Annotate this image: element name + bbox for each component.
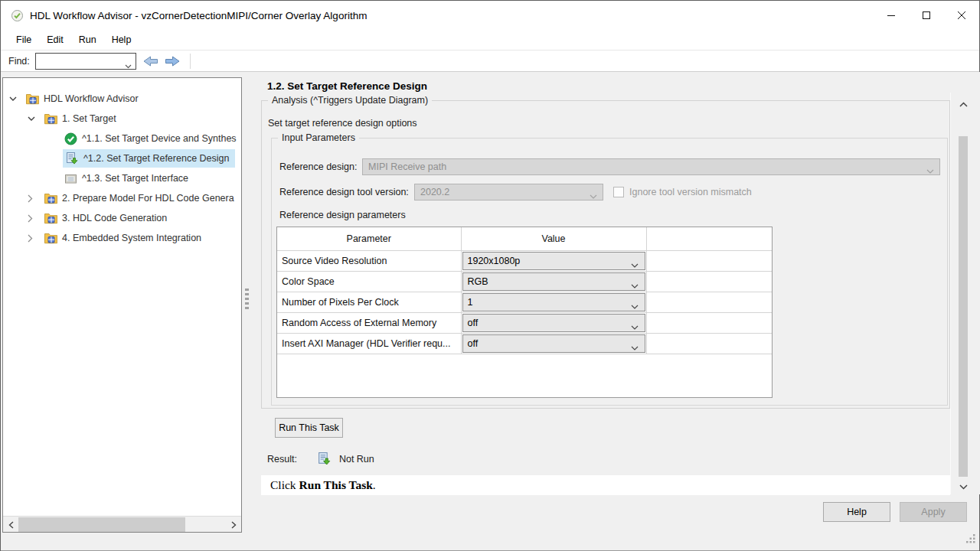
resize-grip-icon[interactable] — [966, 534, 975, 546]
workflow-folder-icon — [44, 213, 57, 224]
color-space-combobox[interactable]: RGB — [462, 272, 645, 291]
workflow-folder-icon — [44, 193, 57, 204]
ignore-mismatch-checkbox — [613, 187, 624, 197]
empty-cell — [646, 271, 772, 292]
find-next-button[interactable] — [165, 55, 181, 67]
param-value: RGB — [468, 276, 488, 287]
chevron-down-icon — [631, 301, 639, 311]
scroll-down-icon[interactable] — [956, 480, 970, 494]
param-value: off — [468, 318, 479, 328]
tree-item-label: 2. Prepare Model For HDL Code Genera — [62, 193, 234, 204]
panel-splitter[interactable] — [242, 72, 253, 533]
app-check-icon — [11, 9, 24, 22]
title-bar: HDL Workflow Advisor - vzCornerDetection… — [1, 1, 979, 30]
window-bottom-strip — [1, 533, 979, 551]
reference-design-combobox: MIPI Receive path — [362, 158, 940, 175]
reference-design-parameters-label: Reference design parameters — [279, 208, 406, 222]
workflow-folder-icon — [26, 93, 39, 105]
close-button[interactable] — [944, 1, 979, 30]
tree-item-set-target[interactable]: 1. Set Target — [3, 109, 241, 129]
source-video-resolution-combobox[interactable]: 1920x1080p — [462, 252, 645, 270]
tree-item-label: ^1.2. Set Target Reference Design — [83, 153, 229, 164]
tree-item-label: ^1.3. Set Target Interface — [82, 173, 188, 184]
insert-axi-manager-combobox[interactable]: off — [462, 334, 645, 353]
toolbar-separator — [190, 54, 191, 69]
task-not-run-icon — [65, 152, 79, 165]
input-parameters-label: Input Parameters — [278, 132, 359, 143]
chevron-collapsed-icon[interactable] — [28, 234, 38, 243]
splitter-grip — [245, 289, 249, 311]
param-name: Insert AXI Manager (HDL Verifier requ... — [277, 333, 461, 354]
tree-item-hdl-workflow-advisor[interactable]: HDL Workflow Advisor — [3, 89, 241, 109]
reference-design-row: Reference design: — [279, 158, 357, 175]
chevron-expanded-icon[interactable] — [28, 116, 38, 122]
find-toolbar: Find: — [1, 50, 979, 72]
menu-file[interactable]: File — [8, 32, 39, 47]
param-name: Random Access of External Memory — [277, 312, 461, 333]
param-value: 1 — [468, 297, 473, 308]
workflow-tree-panel: HDL Workflow Advisor 1. Set Target ^1.1.… — [2, 77, 242, 533]
scroll-up-icon[interactable] — [956, 97, 970, 111]
table-row: Insert AXI Manager (HDL Verifier requ...… — [277, 333, 772, 354]
hdl-workflow-advisor-window: HDL Workflow Advisor - vzCornerDetection… — [0, 0, 980, 551]
find-combobox[interactable] — [35, 53, 136, 70]
tree-item-set-target-reference-design[interactable]: ^1.2. Set Target Reference Design — [3, 148, 241, 168]
tree-item-label: 3. HDL Code Generation — [62, 213, 167, 223]
pixels-per-clock-combobox[interactable]: 1 — [462, 293, 645, 311]
workflow-folder-icon — [44, 113, 57, 125]
chevron-down-icon — [590, 191, 597, 201]
tree-item-label: HDL Workflow Advisor — [44, 93, 139, 104]
tree-item-set-target-device[interactable]: ^1.1. Set Target Device and Synthes — [3, 129, 241, 148]
help-button[interactable]: Help — [823, 502, 890, 522]
table-row: Source Video Resolution 1920x1080p — [277, 250, 772, 271]
tree-item-label: 4. Embedded System Integration — [62, 233, 201, 243]
param-value: off — [468, 338, 479, 349]
column-header-value: Value — [461, 227, 646, 250]
chevron-collapsed-icon[interactable] — [28, 214, 38, 223]
chevron-down-icon — [631, 259, 639, 270]
forward-arrow-icon — [165, 55, 181, 67]
apply-button: Apply — [900, 502, 967, 522]
empty-cell — [646, 292, 772, 312]
menu-bar: File Edit Run Help — [1, 30, 979, 50]
menu-edit[interactable]: Edit — [39, 32, 71, 47]
message-bold: Run This Task — [299, 478, 373, 492]
tree-horizontal-scrollbar[interactable] — [3, 516, 241, 532]
tree-item-hdl-code-generation[interactable]: 3. HDL Code Generation — [3, 208, 241, 228]
scrollbar-thumb[interactable] — [959, 136, 968, 477]
random-access-combobox[interactable]: off — [462, 314, 645, 332]
scroll-left-icon[interactable] — [3, 517, 18, 533]
window-title: HDL Workflow Advisor - vzCornerDetection… — [30, 10, 367, 21]
empty-cell — [646, 312, 772, 333]
run-this-task-button[interactable]: Run This Task — [275, 418, 343, 438]
empty-cell — [646, 333, 772, 354]
tool-version-value: 2020.2 — [420, 187, 449, 197]
param-name: Source Video Resolution — [277, 250, 461, 271]
column-header-parameter: Parameter — [277, 227, 461, 250]
chevron-down-icon — [631, 280, 639, 291]
chevron-expanded-icon[interactable] — [9, 96, 20, 102]
scroll-right-icon[interactable] — [226, 517, 241, 533]
tree-item-prepare-model[interactable]: 2. Prepare Model For HDL Code Genera — [3, 188, 241, 208]
tree-item-embedded-system-integration[interactable]: 4. Embedded System Integration — [3, 228, 241, 248]
back-arrow-icon — [142, 55, 158, 67]
chevron-down-icon — [631, 342, 639, 353]
tool-version-combobox: 2020.2 — [414, 184, 603, 201]
chevron-down-icon — [125, 60, 132, 71]
menu-help[interactable]: Help — [104, 32, 139, 47]
result-row: Result: Not Run — [267, 452, 374, 466]
ignore-mismatch-label: Ignore tool version mismatch — [629, 184, 752, 201]
chevron-collapsed-icon[interactable] — [28, 194, 38, 203]
panel-vertical-scrollbar[interactable] — [956, 93, 970, 494]
find-previous-button[interactable] — [142, 55, 158, 67]
find-label: Find: — [8, 56, 30, 67]
param-value: 1920x1080p — [468, 256, 521, 266]
minimize-button[interactable] — [874, 1, 909, 30]
reference-design-value: MIPI Receive path — [368, 161, 446, 172]
task-description: Set target reference design options — [268, 118, 417, 129]
menu-run[interactable]: Run — [71, 32, 104, 47]
check-passed-icon — [64, 132, 77, 145]
maximize-button[interactable] — [909, 1, 944, 30]
scrollbar-thumb[interactable] — [18, 517, 185, 532]
tree-item-set-target-interface[interactable]: ^1.3. Set Target Interface — [3, 168, 241, 188]
